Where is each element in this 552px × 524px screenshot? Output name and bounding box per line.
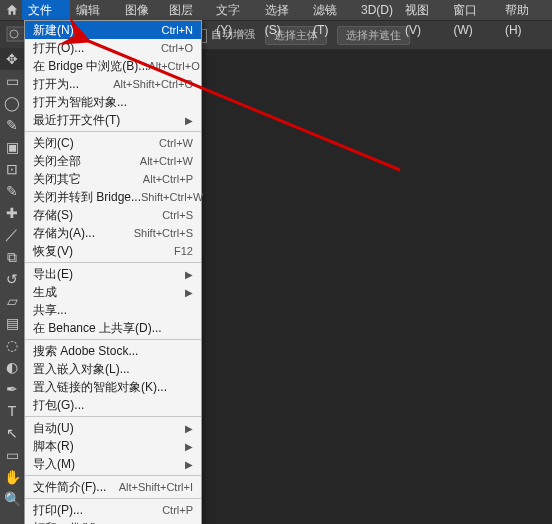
tool-eyedropper[interactable]: ✎: [0, 180, 24, 202]
tool-brush[interactable]: ／: [0, 224, 24, 246]
menu-item-label: 共享...: [33, 302, 67, 319]
menu-image[interactable]: 图像(I): [119, 0, 163, 20]
tool-history-brush[interactable]: ↺: [0, 268, 24, 290]
menu-item-shortcut: Ctrl+O: [161, 42, 193, 54]
menu-item[interactable]: 关闭全部Alt+Ctrl+W: [25, 152, 201, 170]
menu-item-shortcut: Alt+Shift+Ctrl+I: [119, 481, 193, 493]
menu-item[interactable]: 最近打开文件(T)▶: [25, 111, 201, 129]
file-menu-dropdown: 新建(N)...Ctrl+N打开(O)...Ctrl+O在 Bridge 中浏览…: [24, 20, 202, 524]
menu-item-shortcut: Ctrl+P: [162, 504, 193, 516]
menu-item[interactable]: 搜索 Adobe Stock...: [25, 342, 201, 360]
menu-divider: [25, 416, 201, 417]
menu-select[interactable]: 选择(S): [259, 0, 307, 20]
menu-item[interactable]: 打开(O)...Ctrl+O: [25, 39, 201, 57]
menu-item-label: 导入(M): [33, 456, 75, 473]
menu-item[interactable]: 在 Behance 上共享(D)...: [25, 319, 201, 337]
submenu-arrow-icon: ▶: [185, 115, 193, 126]
menu-help[interactable]: 帮助(H): [499, 0, 548, 20]
menu-item[interactable]: 导入(M)▶: [25, 455, 201, 473]
home-icon[interactable]: [4, 1, 20, 19]
menu-item[interactable]: 置入嵌入对象(L)...: [25, 360, 201, 378]
menu-item[interactable]: 打印(P)...Ctrl+P: [25, 501, 201, 519]
submenu-arrow-icon: ▶: [185, 459, 193, 470]
tool-path-select[interactable]: ↖: [0, 422, 24, 444]
menu-item-label: 打开(O)...: [33, 40, 84, 57]
menu-item[interactable]: 打开为智能对象...: [25, 93, 201, 111]
menu-item[interactable]: 打包(G)...: [25, 396, 201, 414]
tool-rectangle[interactable]: ▭: [0, 444, 24, 466]
menu-item[interactable]: 自动(U)▶: [25, 419, 201, 437]
menu-item[interactable]: 脚本(R)▶: [25, 437, 201, 455]
menu-item[interactable]: 导出(E)▶: [25, 265, 201, 283]
menu-item-label: 打包(G)...: [33, 397, 84, 414]
menu-item[interactable]: 新建(N)...Ctrl+N: [25, 21, 201, 39]
tool-clone[interactable]: ⧉: [0, 246, 24, 268]
menu-item-shortcut: Shift+Ctrl+S: [134, 227, 193, 239]
menu-item-label: 关闭(C): [33, 135, 74, 152]
menu-item-label: 关闭其它: [33, 171, 81, 188]
menu-item-label: 自动(U): [33, 420, 74, 437]
menu-item[interactable]: 关闭并转到 Bridge...Shift+Ctrl+W: [25, 188, 201, 206]
tool-crop[interactable]: ▣: [0, 136, 24, 158]
menu-layer[interactable]: 图层(L): [163, 0, 210, 20]
submenu-arrow-icon: ▶: [185, 269, 193, 280]
menu-item[interactable]: 恢复(V)F12: [25, 242, 201, 260]
tool-blur[interactable]: ◌: [0, 334, 24, 356]
tool-move[interactable]: ✥: [0, 48, 24, 70]
menu-item-label: 存储为(A)...: [33, 225, 95, 242]
menu-item-label: 存储(S): [33, 207, 73, 224]
tool-eraser[interactable]: ▱: [0, 290, 24, 312]
menu-item-shortcut: Alt+Shift+Ctrl+O: [113, 78, 193, 90]
menu-item-label: 恢复(V): [33, 243, 73, 260]
menu-item[interactable]: 存储(S)Ctrl+S: [25, 206, 201, 224]
menu-divider: [25, 498, 201, 499]
menu-window[interactable]: 窗口(W): [447, 0, 499, 20]
menu-item-label: 置入链接的智能对象(K)...: [33, 379, 167, 396]
menu-item-label: 在 Behance 上共享(D)...: [33, 320, 162, 337]
menu-item-label: 置入嵌入对象(L)...: [33, 361, 130, 378]
menu-item[interactable]: 在 Bridge 中浏览(B)...Alt+Ctrl+O: [25, 57, 201, 75]
menu-item-shortcut: F12: [174, 245, 193, 257]
tool-spot-heal[interactable]: ✚: [0, 202, 24, 224]
menu-item-label: 打开为智能对象...: [33, 94, 127, 111]
menu-item-shortcut: Ctrl+S: [162, 209, 193, 221]
menu-item-label: 打印一份(Y): [33, 520, 97, 525]
menu-item[interactable]: 生成▶: [25, 283, 201, 301]
menu-item[interactable]: 存储为(A)...Shift+Ctrl+S: [25, 224, 201, 242]
menu-view[interactable]: 视图(V): [399, 0, 447, 20]
menu-item-shortcut: Shift+Ctrl+W: [141, 191, 203, 203]
menu-divider: [25, 339, 201, 340]
menu-item[interactable]: 打开为...Alt+Shift+Ctrl+O: [25, 75, 201, 93]
menu-item-shortcut: Alt+Ctrl+P: [143, 173, 193, 185]
tool-gradient[interactable]: ▤: [0, 312, 24, 334]
tool-lasso[interactable]: ◯: [0, 92, 24, 114]
menu-item-label: 打开为...: [33, 76, 79, 93]
menu-item-label: 最近打开文件(T): [33, 112, 120, 129]
tool-zoom[interactable]: 🔍: [0, 488, 24, 510]
tool-quick-select[interactable]: ✎: [0, 114, 24, 136]
menu-item-shortcut: Alt+Ctrl+W: [140, 155, 193, 167]
tool-frame[interactable]: ⊡: [0, 158, 24, 180]
menu-file[interactable]: 文件(F): [22, 0, 70, 20]
menu-filter[interactable]: 滤镜(T): [307, 0, 355, 20]
menu-item[interactable]: 关闭其它Alt+Ctrl+P: [25, 170, 201, 188]
tool-type[interactable]: T: [0, 400, 24, 422]
menu-item[interactable]: 置入链接的智能对象(K)...: [25, 378, 201, 396]
menu-item-label: 搜索 Adobe Stock...: [33, 343, 138, 360]
tool-pen[interactable]: ✒: [0, 378, 24, 400]
menu-item[interactable]: 文件简介(F)...Alt+Shift+Ctrl+I: [25, 478, 201, 496]
menu-edit[interactable]: 编辑(E): [70, 0, 118, 20]
menu-item-label: 打印(P)...: [33, 502, 83, 519]
menu-item[interactable]: 关闭(C)Ctrl+W: [25, 134, 201, 152]
tool-hand[interactable]: ✋: [0, 466, 24, 488]
menu-item-label: 生成: [33, 284, 57, 301]
menu-item-label: 新建(N)...: [33, 22, 84, 39]
menu-item-shortcut: Ctrl+W: [159, 137, 193, 149]
menu-type[interactable]: 文字(Y): [210, 0, 258, 20]
menu-item[interactable]: 打印一份(Y)Alt+Shift+Ctrl+P: [25, 519, 201, 524]
menu-3d[interactable]: 3D(D): [355, 0, 399, 20]
tool-dodge[interactable]: ◐: [0, 356, 24, 378]
tool-rect-marquee[interactable]: ▭: [0, 70, 24, 92]
menu-item[interactable]: 共享...: [25, 301, 201, 319]
select-and-mask-button[interactable]: 选择并遮住: [337, 26, 410, 45]
